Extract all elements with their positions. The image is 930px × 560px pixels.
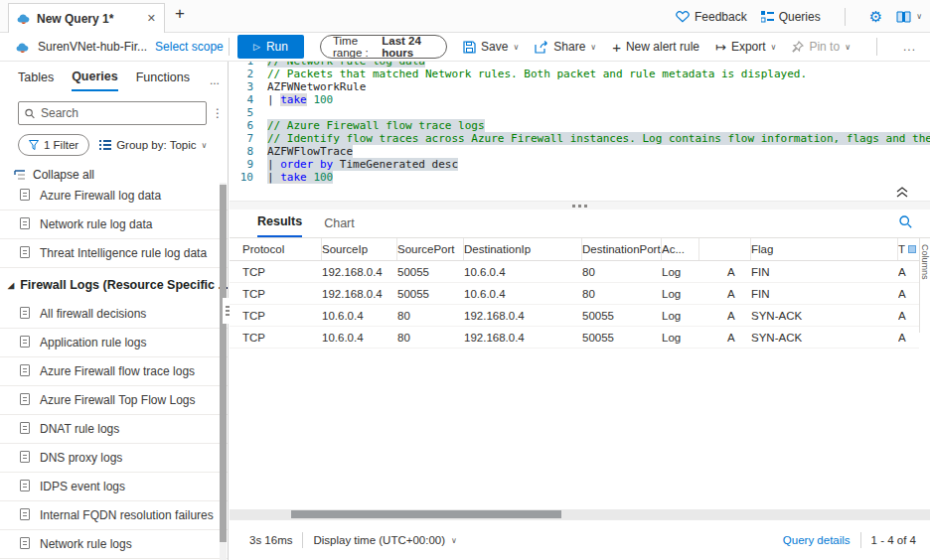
editor-results-splitter[interactable]	[230, 201, 930, 210]
sidebar-query-item[interactable]: Internal FQDN resolution failures	[0, 501, 228, 530]
sidebar-query-item[interactable]: Azure Firewall Top Flow Logs	[0, 386, 228, 415]
kql-query-editor[interactable]: 1// Network rule log data2// Packets tha…	[230, 62, 930, 184]
table-row[interactable]: TCP192.168.0.45005510.6.0.480LogAFINA	[230, 283, 919, 305]
more-commands-button[interactable]: ...	[903, 40, 916, 54]
filter-pill[interactable]: 1 Filter	[18, 134, 89, 156]
table-cell: 80	[582, 283, 662, 304]
table-cell: TCP	[242, 261, 322, 282]
code-line[interactable]: 10| take 100	[230, 171, 930, 184]
sidebar-search-box[interactable]	[18, 101, 207, 125]
new-alert-rule-button[interactable]: + New alert rule	[612, 39, 699, 56]
sidebar-tab-queries[interactable]: Queries	[72, 70, 118, 91]
group-by-selector[interactable]: Group by: Topic ∨	[99, 139, 207, 151]
table-cell: TCP	[242, 283, 322, 304]
pin-to-button[interactable]: Pin to ∨	[792, 40, 851, 54]
sidebar-query-item[interactable]: All firewall decisions	[0, 300, 228, 329]
sidebar-search-input[interactable]	[41, 106, 200, 120]
tab-title: New Query 1*	[37, 12, 113, 26]
columns-panel-tab[interactable]: Columns	[919, 238, 930, 333]
display-time-selector[interactable]: Display time (UTC+00:00) ∨	[313, 534, 456, 546]
docs-book-button[interactable]: ∨	[896, 11, 922, 23]
results-tab-chart[interactable]: Chart	[324, 216, 355, 237]
results-search-button[interactable]	[899, 215, 912, 231]
results-tab-results[interactable]: Results	[257, 214, 302, 237]
column-header[interactable]: DestinationPort	[582, 238, 662, 260]
code-line[interactable]: 7// Identify flow traces across Azure Fi…	[230, 132, 930, 145]
code-line[interactable]: 8AZFWFlowTrace	[230, 145, 930, 158]
column-header[interactable]: Protocol	[242, 238, 322, 260]
feedback-button[interactable]: Feedback	[676, 10, 747, 24]
table-cell: 192.168.0.4	[464, 327, 582, 348]
sidebar-query-item[interactable]: Azure Firewall log data	[0, 182, 228, 210]
settings-gear-icon[interactable]: ⚙	[869, 8, 882, 26]
queries-button[interactable]: Queries	[761, 10, 821, 24]
table-cell: TCP	[242, 305, 322, 326]
table-cell: 10.6.0.4	[322, 305, 397, 326]
sidebar-tab-functions[interactable]: Functions	[136, 70, 190, 90]
column-header[interactable]: SourceIp	[322, 238, 397, 260]
sidebar-query-item[interactable]: Azure Firewall flow trace logs	[0, 357, 228, 386]
query-details-link[interactable]: Query details	[783, 534, 851, 546]
new-tab-button[interactable]: +	[175, 4, 185, 24]
search-icon	[899, 215, 912, 228]
sidebar-query-item[interactable]: Application rule logs	[0, 329, 228, 357]
save-floppy-icon	[463, 41, 476, 54]
column-header[interactable]	[699, 238, 751, 260]
sidebar-scrollbar[interactable]	[220, 183, 227, 560]
save-button[interactable]: Save ∨	[463, 40, 519, 54]
table-cell: A	[699, 305, 751, 326]
code-line[interactable]: 3AZFWNetworkRule	[230, 80, 930, 93]
sidebar-query-item[interactable]: DNAT rule logs	[0, 415, 228, 444]
table-cell: 192.168.0.4	[322, 261, 397, 282]
sidebar-tabs-overflow-button[interactable]: ...	[210, 73, 220, 87]
column-header[interactable]: SourcePort	[397, 238, 464, 260]
select-scope-link[interactable]: Select scope	[155, 40, 224, 54]
query-doc-icon	[20, 336, 30, 348]
heart-icon	[676, 10, 690, 23]
table-row[interactable]: TCP10.6.0.480192.168.0.450055LogASYN-ACK…	[230, 327, 919, 349]
table-cell: SYN-ACK	[751, 305, 898, 326]
time-range-picker[interactable]: Time range : Last 24 hours	[320, 35, 447, 59]
column-header[interactable]: Flag	[751, 238, 898, 260]
chevron-down-icon: ∨	[771, 43, 777, 52]
column-header[interactable]: Ac...	[662, 238, 699, 260]
run-button[interactable]: ▷ Run	[237, 35, 304, 59]
table-cell: FIN	[751, 283, 898, 304]
table-cell: 10.6.0.4	[322, 327, 397, 348]
sidebar-query-item[interactable]: Network rule logs	[0, 530, 228, 559]
sidebar-query-item[interactable]: Network rule log data	[0, 210, 228, 239]
sidebar-query-item[interactable]: DNS proxy logs	[0, 444, 228, 473]
export-button[interactable]: ↦ Export ∨	[715, 40, 776, 55]
result-range: 1 - 4 of 4	[871, 534, 916, 546]
code-line[interactable]: 9| order by TimeGenerated desc	[230, 158, 930, 171]
sidebar-group-header[interactable]: ◢Firewall Logs (Resource Specific ...	[0, 268, 228, 300]
sidebar-query-item[interactable]: IDPS event logs	[0, 473, 228, 501]
query-doc-icon	[20, 246, 30, 258]
code-line[interactable]: 6// Azure Firewall flow trace logs	[230, 119, 930, 132]
export-arrow-icon: ↦	[715, 40, 726, 55]
code-line[interactable]: 5	[230, 106, 930, 119]
close-tab-icon[interactable]: ✕	[147, 12, 156, 25]
table-cell: 80	[397, 327, 464, 348]
table-cell: 10.6.0.4	[464, 261, 582, 282]
sidebar-tab-tables[interactable]: Tables	[18, 70, 54, 90]
collapse-all-button[interactable]: Collapse all	[14, 168, 224, 182]
collapse-editor-button[interactable]	[896, 187, 908, 201]
code-line[interactable]: 2// Packets that matched Network rules. …	[230, 68, 930, 80]
search-options-kebab-icon[interactable]: ⋮	[212, 106, 224, 120]
table-row[interactable]: TCP192.168.0.45005510.6.0.480LogAFINA	[230, 261, 919, 283]
column-header[interactable]: DestinationIp	[464, 238, 582, 260]
share-button[interactable]: Share ∨	[535, 40, 596, 54]
results-horizontal-scrollbar[interactable]	[230, 509, 930, 519]
tab-new-query-1[interactable]: New Query 1* ✕	[8, 3, 165, 33]
sidebar-query-item[interactable]: Threat Intelligence rule log data	[0, 239, 228, 268]
chevron-down-icon: ∨	[451, 536, 457, 545]
table-cell: Log	[662, 305, 699, 326]
chevron-down-icon: ∨	[590, 43, 596, 52]
table-row[interactable]: TCP10.6.0.480192.168.0.450055LogASYN-ACK…	[230, 305, 919, 327]
code-line[interactable]: 4| take 100	[230, 93, 930, 106]
table-cell: SYN-ACK	[751, 327, 898, 348]
query-doc-icon	[20, 537, 30, 549]
chevron-down-icon: ∨	[845, 43, 851, 52]
open-book-icon	[896, 11, 911, 23]
